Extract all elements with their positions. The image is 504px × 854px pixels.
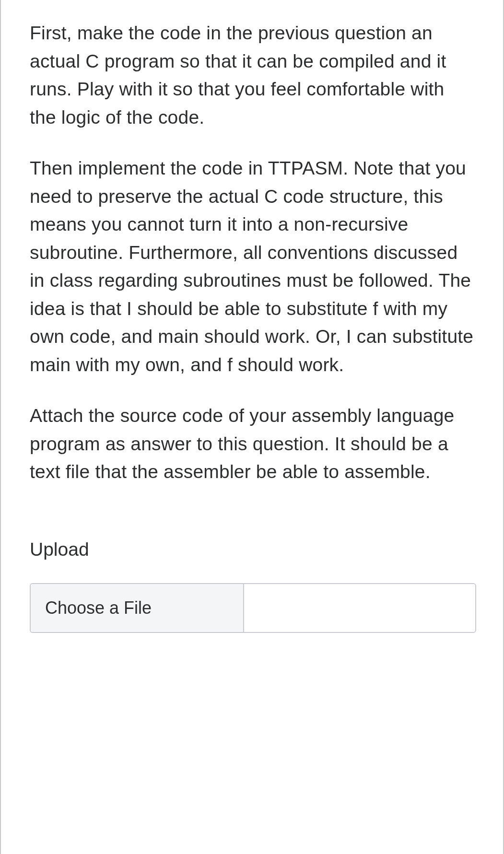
upload-section-label: Upload bbox=[30, 539, 474, 560]
selected-file-display bbox=[244, 584, 475, 632]
file-upload-control[interactable]: Choose a File bbox=[30, 583, 476, 633]
question-panel: First, make the code in the previous que… bbox=[0, 0, 504, 854]
question-paragraph-3: Attach the source code of your assembly … bbox=[30, 402, 474, 486]
question-body: First, make the code in the previous que… bbox=[30, 19, 474, 486]
question-paragraph-2: Then implement the code in TTPASM. Note … bbox=[30, 154, 474, 379]
question-paragraph-1: First, make the code in the previous que… bbox=[30, 19, 474, 131]
choose-file-button[interactable]: Choose a File bbox=[31, 584, 244, 632]
